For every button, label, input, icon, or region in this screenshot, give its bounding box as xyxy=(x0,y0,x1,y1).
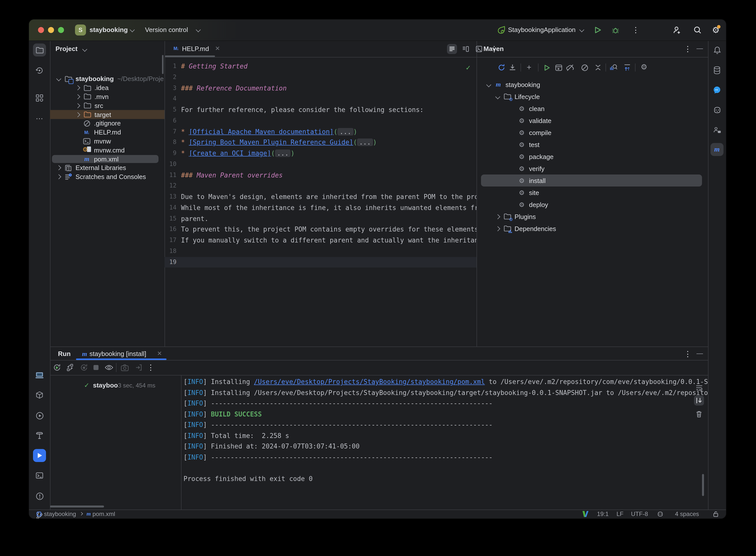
close-window-button[interactable] xyxy=(38,27,44,33)
project-tree-item-external-libraries[interactable]: External Libraries xyxy=(57,164,165,173)
close-tab-icon[interactable]: ✕ xyxy=(215,45,220,52)
expand-all-button[interactable] xyxy=(622,63,632,72)
maven-tree-item-validate[interactable]: ⚙validate xyxy=(511,114,708,127)
copilot-status-icon[interactable] xyxy=(657,511,663,518)
minimize-window-button[interactable] xyxy=(48,27,54,33)
line-separator-widget[interactable]: LF xyxy=(617,511,623,518)
terminal-toolwindow-button[interactable] xyxy=(33,469,46,482)
zoom-window-button[interactable] xyxy=(58,27,64,33)
caret-position-widget[interactable]: 19:1 xyxy=(597,511,609,518)
stop-button[interactable] xyxy=(91,362,101,373)
maven-tree-item-site[interactable]: ⚙site xyxy=(511,186,708,199)
markdown-link[interactable]: [Create an OCI image] xyxy=(189,149,271,157)
project-avatar[interactable]: S xyxy=(75,25,86,35)
folded-region[interactable]: ... xyxy=(275,149,291,157)
run-panel-title[interactable]: Run xyxy=(58,350,71,357)
breadcrumb-project[interactable]: staybooking xyxy=(44,511,76,518)
indent-widget[interactable]: 4 spaces xyxy=(675,511,699,518)
view-editor-only-button[interactable] xyxy=(447,44,457,54)
lock-open-icon[interactable] xyxy=(713,511,719,517)
build-toolwindow-button[interactable] xyxy=(33,429,46,442)
code-with-me-button[interactable] xyxy=(711,124,723,137)
project-tree-item-staybooking[interactable]: staybooking~/Desktop/Proje xyxy=(57,74,165,83)
run-button[interactable] xyxy=(593,26,602,35)
project-tree-item-src[interactable]: src xyxy=(76,101,165,110)
project-tree-item-target[interactable]: target xyxy=(76,110,165,119)
maven-tree-item-plugins[interactable]: ⚙Plugins xyxy=(496,210,708,222)
search-everywhere-button[interactable] xyxy=(693,26,702,35)
inspections-ok-icon[interactable]: ✓ xyxy=(466,64,471,71)
maven-options-button[interactable]: ⋮ xyxy=(684,44,691,54)
maven-tree-item-clean[interactable]: ⚙clean xyxy=(511,103,708,114)
add-maven-project-button[interactable]: + xyxy=(524,63,534,72)
encoding-widget[interactable]: UTF-8 xyxy=(631,511,648,518)
problems-toolwindow-button[interactable] xyxy=(33,489,46,502)
debug-button[interactable] xyxy=(611,26,620,35)
settings-gear-button[interactable]: ⚙ xyxy=(712,25,720,35)
hide-maven-panel-button[interactable]: — xyxy=(696,44,703,52)
run-toolbar-more-button[interactable]: ⋮ xyxy=(147,363,154,372)
maven-tree-item-compile[interactable]: ⚙compile xyxy=(511,127,708,139)
more-toolwindows-button[interactable]: ⋯ xyxy=(33,112,46,125)
analyze-dependencies-button[interactable] xyxy=(609,63,619,72)
dependencies-toolwindow-button[interactable] xyxy=(33,388,46,402)
skip-tests-button[interactable] xyxy=(580,63,589,72)
hide-run-panel-button[interactable]: — xyxy=(696,349,703,357)
project-tree-item--gitignore[interactable]: .gitignore xyxy=(76,119,165,128)
breadcrumb-file[interactable]: pom.xml xyxy=(93,511,115,518)
maven-tree-item-staybooking[interactable]: mstaybooking xyxy=(487,78,708,91)
maven-settings-button[interactable]: ⚙ xyxy=(639,62,649,72)
run-node-label[interactable]: staybook xyxy=(93,382,118,389)
maven-tree-item-install[interactable]: ⚙install xyxy=(511,174,708,186)
maven-tree-item-lifecycle[interactable]: ⚙Lifecycle xyxy=(496,91,708,103)
maven-toolwindow-button[interactable]: m xyxy=(711,143,723,156)
run-options-button[interactable]: ⋮ xyxy=(684,349,691,358)
import-into-editor-button[interactable] xyxy=(134,362,143,373)
project-tree-item--mvn[interactable]: .mvn xyxy=(76,92,165,101)
view-split-button[interactable] xyxy=(460,44,471,54)
editor-tab[interactable]: HELP.md xyxy=(182,45,209,53)
collapse-icon[interactable] xyxy=(593,63,603,72)
run-tree-hscrollbar[interactable] xyxy=(50,506,104,508)
console-file-link[interactable]: /Users/eve/Desktop/Projects/StayBooking/… xyxy=(254,378,485,385)
ai-assistant-button[interactable] xyxy=(711,83,723,97)
clear-console-button[interactable] xyxy=(694,409,704,419)
run-configuration-selector[interactable]: StaybookingApplication xyxy=(508,26,576,34)
vcs-widget[interactable]: Version control xyxy=(145,26,188,34)
download-sources-button[interactable] xyxy=(508,63,517,72)
folded-region[interactable]: ... xyxy=(338,128,353,135)
vcs-toolwindow-button[interactable] xyxy=(33,64,46,77)
project-tree-item-mvnw[interactable]: mvnw xyxy=(76,137,165,146)
structure-toolwindow-button[interactable] xyxy=(33,92,46,104)
database-toolwindow-button[interactable] xyxy=(711,64,723,76)
project-tree-item-mvnw-cmd[interactable]: ⚙mvnw.cmd xyxy=(76,146,165,155)
reload-maven-projects-button[interactable] xyxy=(496,63,507,72)
github-copilot-button[interactable] xyxy=(711,104,723,116)
services-toolwindow-button[interactable] xyxy=(33,409,46,422)
maven-tree-item-verify[interactable]: ⚙verify xyxy=(511,163,708,174)
markdown-link[interactable]: [Spring Boot Maven Plugin Reference Guid… xyxy=(189,139,353,146)
run-console[interactable]: [INFO] Installing /Users/eve/Desktop/Pro… xyxy=(183,375,708,510)
run-toolwindow-button[interactable] xyxy=(33,449,46,462)
add-user-button[interactable] xyxy=(672,26,682,35)
editor[interactable]: 1# Getting Started23### Reference Docume… xyxy=(165,57,477,347)
project-widget[interactable]: staybooking xyxy=(90,26,128,34)
run-tree-splitter[interactable] xyxy=(181,375,181,510)
scroll-to-end-button[interactable] xyxy=(694,395,704,406)
project-panel-title[interactable]: Project xyxy=(56,45,77,53)
markdown-link[interactable]: [Official Apache Maven documentation] xyxy=(189,128,334,135)
resume-button[interactable] xyxy=(79,362,89,373)
project-tree-item--idea[interactable]: .idea xyxy=(76,83,165,93)
maven-tree-item-package[interactable]: ⚙package xyxy=(511,150,708,163)
docker-toolwindow-button[interactable] xyxy=(33,369,46,382)
run-maven-build-button[interactable] xyxy=(542,63,551,72)
screenshot-button[interactable] xyxy=(119,362,130,373)
notifications-button[interactable] xyxy=(711,43,723,57)
project-toolwindow-button[interactable] xyxy=(33,43,46,57)
run-tab[interactable]: staybooking [install] xyxy=(90,350,146,357)
project-tree-item-pom-xml[interactable]: mpom.xml xyxy=(76,154,165,164)
project-tree-item-help-md[interactable]: M↓HELP.md xyxy=(76,128,165,137)
more-actions-button[interactable]: ⋮ xyxy=(632,26,640,35)
show-options-eye-button[interactable] xyxy=(104,362,114,373)
project-tree-item-scratches-and-consoles[interactable]: Scratches and Consoles xyxy=(57,173,165,181)
